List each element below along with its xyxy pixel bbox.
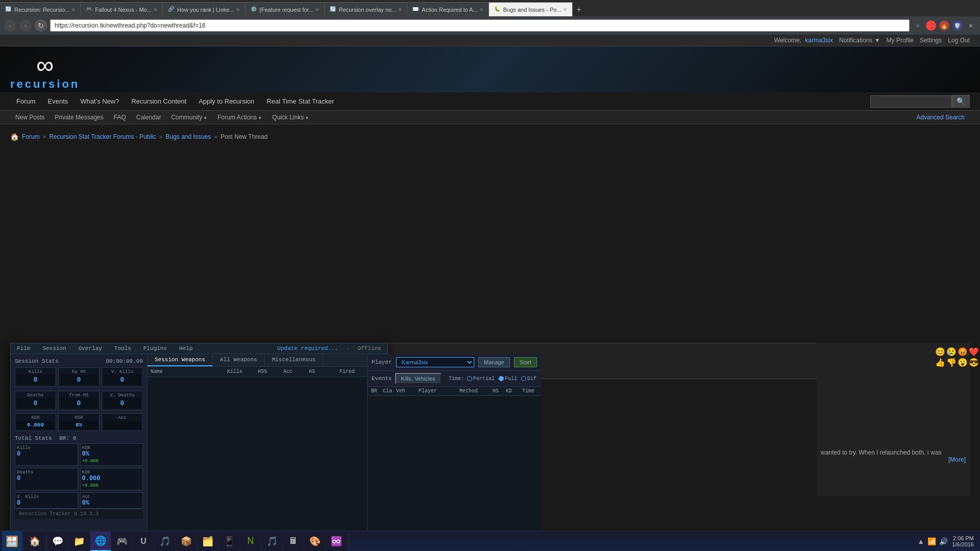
taskbar-explorer[interactable]: 📁 [69,532,89,551]
manage-button[interactable]: Manage [478,357,510,367]
site-logo[interactable]: ∞ recursion [10,53,80,91]
tracker-menu-plugins[interactable]: Plugins [137,343,173,354]
tracker-menu-overlay[interactable]: Overlay [72,343,108,354]
full-radio[interactable]: Full [499,376,517,382]
taskbar-network-icon[interactable]: 📶 [927,537,936,545]
tab-6[interactable]: ✉️ Action Required to A... × [407,2,488,16]
taskbar-arrow-icon[interactable]: ▲ [917,537,924,545]
taskbar-calc[interactable]: 🖩 [283,532,304,551]
emoji-5[interactable]: 👍 [935,358,945,367]
tab-1[interactable]: 🔄 Recursion: Recursio... × [0,2,81,16]
subnav-quick-links[interactable]: Quick Links [267,111,314,124]
taskbar-folder[interactable]: 🗂️ [198,532,218,551]
breadcrumb-forum[interactable]: Forum [22,133,40,140]
subnav-forum-actions[interactable]: Forum Actions [212,111,267,124]
tab-3[interactable]: 🔗 How you rank | Linke... × [163,2,246,16]
bookmark-star-icon[interactable]: ☆ [913,20,923,31]
settings-link[interactable]: Settings [920,37,942,44]
emoji-1[interactable]: 😊 [935,347,945,357]
weapons-tabs: Session Weapons All Weapons Miscellaneou… [148,354,367,367]
weapons-tab-session[interactable]: Session Weapons [148,354,213,366]
subnav-new-posts[interactable]: New Posts [10,111,50,124]
home-icon[interactable]: 🏠 [10,133,19,141]
tab-6-close[interactable]: × [480,6,483,13]
emoji-3[interactable]: 😡 [958,347,968,357]
events-body [368,396,541,538]
nav-events[interactable]: Events [42,92,75,110]
my-profile-link[interactable]: My Profile [887,37,914,44]
taskbar-paint[interactable]: 🎨 [305,532,325,551]
nav-forum[interactable]: Forum [10,92,42,110]
tracker-menu-session[interactable]: Session [36,343,72,354]
taskbar-volume-icon[interactable]: 🔊 [939,537,948,545]
nav-apply[interactable]: Apply to Recursion [192,92,260,110]
kills-vehicles-tab[interactable]: Kills, Vehicles [395,373,442,384]
tab-6-favicon: ✉️ [412,6,420,13]
emoji-8[interactable]: 😎 [969,358,979,367]
tab-4-close[interactable]: × [315,6,319,13]
nav-whats-new[interactable]: What's New? [74,92,125,110]
emoji-6[interactable]: 👎 [946,358,957,367]
taskbar-greenapp[interactable]: 📦 [176,532,197,551]
refresh-button[interactable]: ↻ [35,19,47,32]
extension-icon-1[interactable]: 🔥 [939,20,949,31]
tab-7[interactable]: 🐛 Bugs and Issues - Po... × [489,2,573,16]
menu-icon[interactable]: ≡ [966,20,976,31]
tracker-menu-help[interactable]: Help [173,343,199,354]
more-link[interactable]: [More] [948,456,966,463]
taskbar-desktop[interactable]: 🏠 [24,532,45,551]
dif-radio[interactable]: Dif [521,376,536,382]
adblock-icon[interactable]: 🚫 [926,20,936,31]
notifications-link[interactable]: Notifications ▼ [839,37,880,44]
tab-2[interactable]: 🎮 Fallout 4 Nexus - Mo... × [81,2,163,16]
emoji-7[interactable]: 😮 [958,358,968,367]
partial-radio[interactable]: Partial [467,376,495,382]
subnav-private-messages[interactable]: Private Messages [50,111,108,124]
forward-button[interactable]: › [19,19,32,32]
new-tab-button[interactable]: + [573,3,585,16]
nav-stat-tracker[interactable]: Real Time Stat Tracker [260,92,340,110]
taskbar-recursion[interactable]: ♾️ [326,532,347,551]
breadcrumb-bugs[interactable]: Bugs and Issues [165,133,211,140]
search-button[interactable]: 🔍 [952,95,970,108]
update-required[interactable]: Update required... [271,343,344,354]
subnav-faq[interactable]: FAQ [109,111,131,124]
taskbar-phone[interactable]: 📱 [219,532,239,551]
taskbar-chrome[interactable]: 🌐 [90,532,111,551]
taskbar-nvidia[interactable]: N [240,532,261,551]
taskbar-spotify[interactable]: 🎵 [262,532,282,551]
emoji-2[interactable]: 😢 [946,347,957,357]
start-button[interactable]: Start [514,357,537,367]
nav-recursion-content[interactable]: Recursion Content [125,92,192,110]
tab-2-close[interactable]: × [154,6,157,13]
tab-4[interactable]: ⚙️ [Feature request for... × [246,2,325,16]
taskbar-music[interactable]: 🎵 [155,532,175,551]
weapons-tab-misc[interactable]: Miscellaneous [265,354,324,366]
tab-7-close[interactable]: × [564,6,567,13]
advanced-search-link[interactable]: Advanced Search [911,111,970,124]
subnav-community[interactable]: Community [166,111,212,124]
subnav-calendar[interactable]: Calendar [131,111,166,124]
address-input[interactable] [50,19,910,32]
breadcrumb-stat-tracker[interactable]: Recursion Stat Tracker Forums - Public [49,133,156,140]
tab-3-close[interactable]: × [236,6,240,13]
back-button[interactable]: ‹ [4,19,16,32]
tracker-menu-tools[interactable]: Tools [108,343,137,354]
tab-1-close[interactable]: × [71,6,75,13]
taskbar-chat[interactable]: 💬 [47,532,68,551]
taskbar-steam[interactable]: 🎮 [112,532,132,551]
tab-5-close[interactable]: × [398,6,402,13]
logout-link[interactable]: Log Out [948,37,970,44]
start-button[interactable]: 🪟 [2,531,22,552]
emoji-4[interactable]: ❤️ [969,347,979,357]
player-select[interactable]: Karma3six [396,357,474,367]
kills-value: 0 [17,375,54,385]
search-input[interactable] [870,95,952,108]
tab-5[interactable]: 🔄 Recursion overlay no... × [325,2,408,16]
tracker-menu-file[interactable]: File [11,343,36,354]
taskbar-ub[interactable]: U [133,532,154,551]
extension-icon-2[interactable]: 🛡️ [952,20,963,31]
taskbar-clock[interactable]: 2:06 PM 1/6/2016 [952,535,974,547]
weapons-tab-all[interactable]: All Weapons [213,354,265,366]
tab-1-title: Recursion: Recursio... [14,7,69,13]
